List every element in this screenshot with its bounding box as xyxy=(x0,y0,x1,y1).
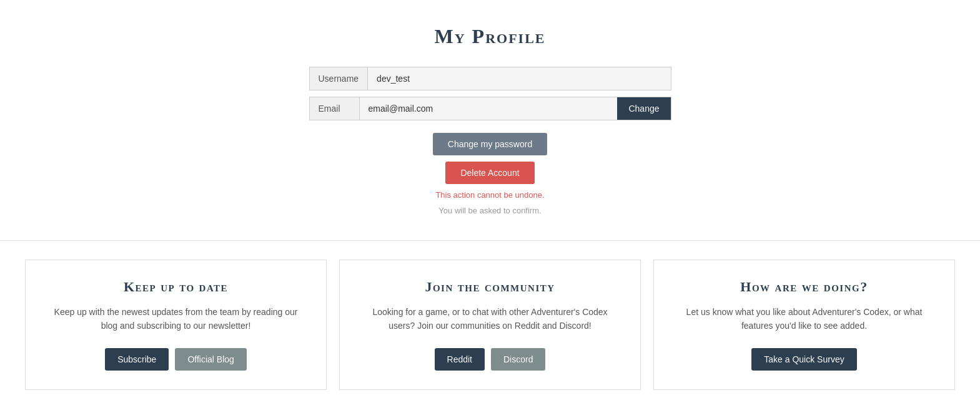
card-join-community-buttons: Reddit Discord xyxy=(435,348,546,371)
profile-section: My Profile Username dev_test Email Chang… xyxy=(0,0,980,234)
change-password-button[interactable]: Change my password xyxy=(433,133,547,155)
email-label: Email xyxy=(310,97,360,120)
take-survey-button[interactable]: Take a Quick Survey xyxy=(751,348,856,371)
card-join-community-description: Looking for a game, or to chat with othe… xyxy=(365,305,615,333)
cards-section: Keep up to date Keep up with the newest … xyxy=(0,247,980,402)
actions-container: Change my password Delete Account This a… xyxy=(433,133,547,215)
official-blog-button[interactable]: Official Blog xyxy=(175,348,246,371)
card-keep-up-to-date: Keep up to date Keep up with the newest … xyxy=(25,260,327,390)
email-input[interactable] xyxy=(360,97,618,120)
card-keep-up-to-date-title: Keep up to date xyxy=(124,279,228,295)
card-how-are-we-doing: How are we doing? Let us know what you l… xyxy=(653,260,955,390)
card-join-community: Join the community Looking for a game, o… xyxy=(339,260,641,390)
card-keep-up-to-date-buttons: Subscribe Official Blog xyxy=(105,348,247,371)
username-value: dev_test xyxy=(368,67,670,90)
delete-account-button[interactable]: Delete Account xyxy=(445,162,534,184)
page-title: My Profile xyxy=(435,25,546,48)
change-email-button[interactable]: Change xyxy=(617,97,670,120)
card-how-are-we-doing-buttons: Take a Quick Survey xyxy=(751,348,856,371)
section-divider xyxy=(0,240,980,241)
username-label: Username xyxy=(310,67,369,90)
warning-text: This action cannot be undone. xyxy=(435,190,544,200)
card-how-are-we-doing-description: Let us know what you like about Adventur… xyxy=(679,305,929,333)
discord-button[interactable]: Discord xyxy=(491,348,545,371)
card-keep-up-to-date-description: Keep up with the newest updates from the… xyxy=(51,305,301,333)
card-how-are-we-doing-title: How are we doing? xyxy=(740,279,868,295)
profile-form: Username dev_test Email Change xyxy=(309,67,671,127)
username-row: Username dev_test xyxy=(309,67,671,90)
email-row: Email Change xyxy=(309,97,671,120)
reddit-button[interactable]: Reddit xyxy=(435,348,485,371)
subscribe-button[interactable]: Subscribe xyxy=(105,348,169,371)
confirm-text: You will be asked to confirm. xyxy=(438,206,541,215)
card-join-community-title: Join the community xyxy=(425,279,555,295)
